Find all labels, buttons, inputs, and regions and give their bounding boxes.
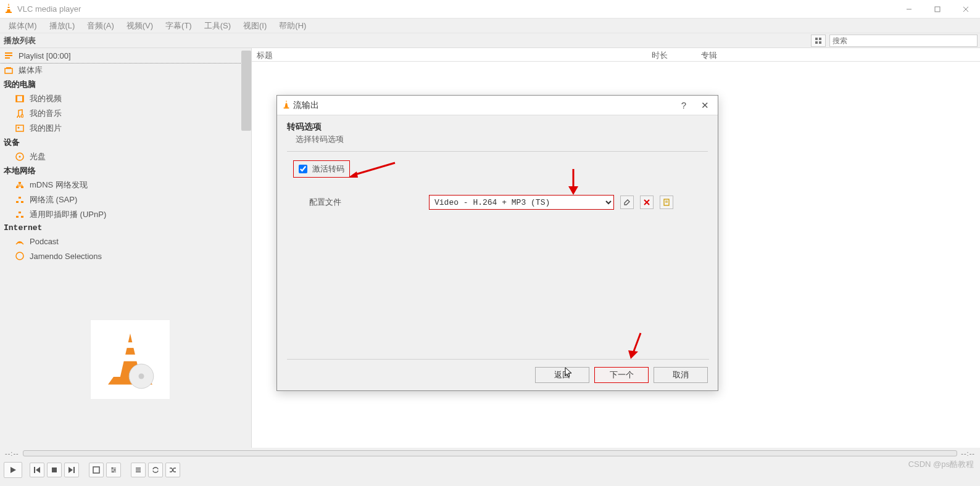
svg-rect-3 [7, 8, 10, 9]
column-album[interactable]: 专辑 [696, 48, 980, 61]
dialog-section-title: 转码选项 [287, 122, 708, 133]
sidebar-item-sap[interactable]: 网络流 (SAP) [0, 192, 251, 207]
menu-video[interactable]: 视频(V) [120, 19, 159, 33]
time-right: --:-- [961, 450, 975, 457]
next-track-button[interactable] [64, 463, 79, 477]
sidebar-item-jamendo[interactable]: Jamendo Selections [0, 249, 251, 263]
vlc-cone-icon [4, 2, 14, 16]
activate-transcode-input[interactable] [299, 165, 307, 173]
svg-point-56 [112, 467, 113, 469]
svg-rect-1 [6, 12, 12, 13]
time-left: --:-- [5, 450, 19, 457]
network-icon [15, 211, 25, 218]
svg-rect-37 [21, 216, 23, 218]
maximize-button[interactable] [923, 0, 952, 19]
close-button[interactable] [952, 0, 980, 19]
column-title[interactable]: 标题 [252, 48, 647, 61]
svg-rect-64 [285, 102, 287, 104]
seek-slider[interactable] [23, 450, 958, 456]
svg-marker-46 [10, 467, 16, 473]
sidebar-item-mypics[interactable]: 我的图片 [0, 121, 251, 136]
dialog-close-button[interactable]: ✕ [701, 100, 709, 111]
profile-delete-button[interactable] [640, 196, 654, 209]
music-icon [15, 109, 25, 118]
svg-rect-41 [125, 342, 136, 348]
menu-playback[interactable]: 播放(L) [43, 19, 81, 33]
back-button[interactable]: 返回 [535, 367, 589, 383]
svg-rect-33 [16, 201, 19, 203]
svg-rect-15 [5, 68, 12, 73]
ext-settings-button[interactable] [106, 463, 121, 477]
svg-rect-35 [19, 212, 21, 213]
loop-button[interactable] [148, 463, 163, 477]
window-titlebar: VLC media player [0, 0, 980, 19]
menu-tools[interactable]: 工具(S) [198, 19, 237, 33]
prev-track-button[interactable] [30, 463, 44, 477]
stop-button[interactable] [47, 463, 62, 477]
menu-subtitle[interactable]: 字幕(T) [159, 19, 198, 33]
sidebar-item-medialib[interactable]: 媒体库 [0, 63, 251, 78]
svg-rect-19 [22, 96, 23, 102]
sidebar-scrollbar[interactable] [241, 51, 251, 131]
next-button[interactable]: 下一个 [594, 367, 649, 383]
sidebar-item-mdns[interactable]: mDNS 网络发现 [0, 178, 251, 192]
picture-icon [15, 125, 25, 132]
sidebar-item-upnp[interactable]: 通用即插即播 (UPnP) [0, 207, 251, 222]
podcast-icon [15, 237, 25, 245]
menu-bar: 媒体(M) 播放(L) 音频(A) 视频(V) 字幕(T) 工具(S) 视图(I… [0, 19, 980, 33]
player-controls [0, 459, 980, 481]
view-mode-button[interactable] [811, 35, 826, 47]
sidebar-item-podcast[interactable]: Podcast [0, 234, 251, 249]
stream-output-dialog: 流输出 ? ✕ 转码选项 选择转码选项 激活转码 配置文件 Video - H.… [276, 95, 718, 391]
sidebar-label: 我的图片 [30, 123, 62, 134]
svg-rect-8 [815, 38, 818, 40]
shuffle-button[interactable] [165, 463, 180, 477]
fullscreen-button[interactable] [89, 463, 104, 477]
svg-rect-32 [19, 197, 21, 199]
playlist-column-headers: 标题 时长 专辑 [252, 48, 980, 62]
profile-new-button[interactable] [660, 196, 673, 209]
playlist-toggle-button[interactable] [131, 463, 146, 477]
vlc-cone-image [90, 319, 170, 400]
dialog-title: 流输出 [293, 100, 319, 111]
search-input[interactable] [829, 35, 978, 47]
svg-rect-51 [73, 467, 75, 473]
svg-point-21 [18, 127, 20, 129]
checkbox-label: 激活转码 [312, 163, 344, 175]
menu-view[interactable]: 视图(I) [237, 19, 273, 33]
playlist-header-label: 播放列表 [0, 35, 36, 46]
mouse-cursor-icon [565, 367, 573, 378]
play-button[interactable] [4, 462, 22, 478]
window-title: VLC media player [17, 4, 81, 14]
playlist-icon [4, 52, 14, 59]
menu-audio[interactable]: 音频(A) [81, 19, 120, 33]
sidebar-head-devices: 设备 [0, 136, 251, 149]
dialog-section-sub: 选择转码选项 [287, 133, 708, 145]
svg-rect-42 [122, 355, 138, 361]
sidebar-item-playlist[interactable]: Playlist [00:00] [0, 48, 251, 63]
svg-rect-2 [7, 6, 10, 7]
activate-transcode-checkbox[interactable]: 激活转码 [293, 160, 350, 178]
svg-rect-34 [21, 201, 23, 203]
svg-point-57 [114, 469, 115, 471]
column-duration[interactable]: 时长 [647, 48, 696, 61]
menu-help[interactable]: 帮助(H) [273, 19, 312, 33]
svg-rect-18 [16, 96, 17, 102]
profile-select[interactable]: Video - H.264 + MP3 (TS) [429, 195, 614, 210]
medialib-icon [4, 67, 14, 74]
disc-icon [15, 152, 25, 161]
sidebar-item-mymusic[interactable]: 我的音乐 [0, 106, 251, 121]
svg-marker-0 [7, 3, 10, 12]
sidebar-head-mycomputer: 我的电脑 [0, 78, 251, 91]
sidebar-item-myvideo[interactable]: 我的视频 [0, 91, 251, 106]
svg-marker-47 [36, 467, 40, 473]
sidebar-label: Jamendo Selections [30, 252, 102, 261]
svg-rect-9 [819, 38, 821, 40]
cancel-button[interactable]: 取消 [654, 367, 708, 383]
dialog-help-button[interactable]: ? [681, 100, 686, 111]
menu-media[interactable]: 媒体(M) [2, 19, 43, 33]
profile-edit-button[interactable] [620, 196, 634, 209]
sidebar-head-internet: Internet [0, 222, 251, 234]
sidebar-item-disc[interactable]: 光盘 [0, 149, 251, 164]
minimize-button[interactable] [895, 0, 923, 19]
